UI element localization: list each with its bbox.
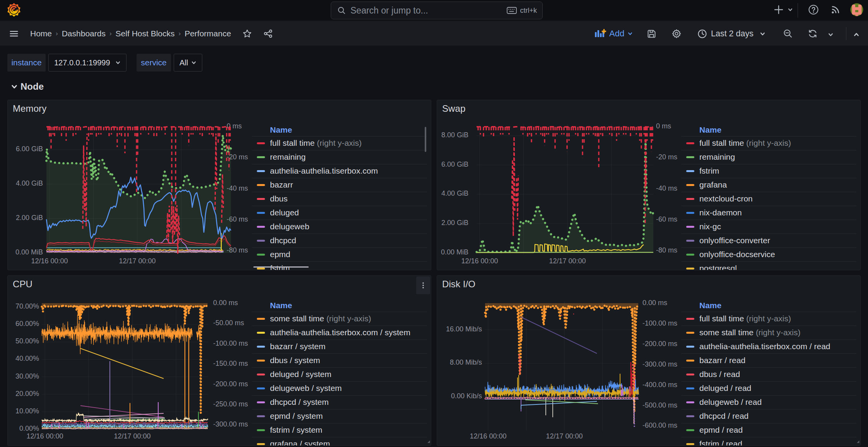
svg-text:12/16 00:00: 12/16 00:00 — [31, 257, 68, 265]
svg-text:-150.00 ms: -150.00 ms — [213, 360, 248, 367]
svg-text:20.00%: 20.00% — [15, 390, 39, 398]
svg-text:-100.00 ms: -100.00 ms — [213, 340, 248, 347]
svg-text:12/17 00:00: 12/17 00:00 — [114, 432, 150, 440]
svg-text:16.00 Mib/s: 16.00 Mib/s — [446, 325, 482, 333]
svg-text:-300.00 ms: -300.00 ms — [642, 360, 677, 368]
svg-text:-600.00 ms: -600.00 ms — [642, 421, 677, 429]
svg-text:12/16 00:00: 12/16 00:00 — [470, 432, 506, 440]
svg-text:8.00 Mib/s: 8.00 Mib/s — [450, 358, 482, 366]
svg-text:6.00 GiB: 6.00 GiB — [16, 145, 43, 153]
svg-text:70.00%: 70.00% — [15, 302, 39, 310]
svg-text:30.00%: 30.00% — [15, 372, 39, 380]
svg-text:2.00 GiB: 2.00 GiB — [16, 214, 43, 222]
svg-text:12/17 00:00: 12/17 00:00 — [119, 257, 155, 265]
svg-text:0.00%: 0.00% — [19, 425, 39, 432]
svg-text:-100.00 ms: -100.00 ms — [642, 319, 677, 327]
svg-text:-80 ms: -80 ms — [656, 246, 677, 254]
svg-text:8.00 GiB: 8.00 GiB — [441, 131, 468, 139]
svg-text:60.00%: 60.00% — [15, 320, 39, 328]
svg-text:-60 ms: -60 ms — [656, 215, 677, 223]
svg-text:2.00 GiB: 2.00 GiB — [441, 219, 468, 227]
svg-text:6.00 GiB: 6.00 GiB — [441, 160, 468, 168]
svg-text:12/17 00:00: 12/17 00:00 — [549, 257, 586, 265]
svg-text:0.00 MiB: 0.00 MiB — [15, 248, 43, 256]
svg-text:-40 ms: -40 ms — [656, 184, 677, 192]
svg-text:4.00 GiB: 4.00 GiB — [441, 189, 468, 197]
svg-text:50.00%: 50.00% — [15, 337, 39, 345]
svg-text:-500.00 ms: -500.00 ms — [642, 401, 677, 409]
svg-text:10.00%: 10.00% — [15, 407, 39, 415]
svg-text:-200.00 ms: -200.00 ms — [642, 340, 677, 348]
svg-text:0.00 Kib/s: 0.00 Kib/s — [451, 392, 482, 400]
svg-text:-250.00 ms: -250.00 ms — [213, 400, 248, 408]
svg-text:40.00%: 40.00% — [15, 355, 39, 362]
svg-text:0.00 MiB: 0.00 MiB — [441, 248, 468, 256]
svg-text:0.00 ms: 0.00 ms — [642, 299, 667, 307]
svg-text:-200.00 ms: -200.00 ms — [213, 380, 248, 388]
svg-text:12/17 00:00: 12/17 00:00 — [546, 432, 583, 440]
svg-text:0 ms: 0 ms — [656, 122, 671, 130]
svg-text:-400.00 ms: -400.00 ms — [642, 381, 677, 389]
svg-text:4.00 GiB: 4.00 GiB — [16, 179, 43, 187]
svg-text:12/16 00:00: 12/16 00:00 — [461, 257, 498, 265]
svg-text:-20 ms: -20 ms — [656, 153, 677, 161]
svg-text:-300.00 ms: -300.00 ms — [213, 420, 248, 428]
svg-text:0.00 ms: 0.00 ms — [213, 299, 238, 307]
svg-text:12/16 00:00: 12/16 00:00 — [26, 432, 63, 440]
svg-text:-50.00 ms: -50.00 ms — [213, 319, 244, 327]
